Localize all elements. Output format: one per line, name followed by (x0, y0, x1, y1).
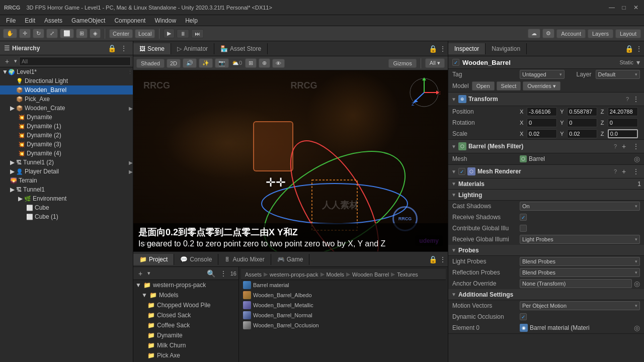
scale-y-field[interactable] (567, 129, 597, 138)
lighting-foldout[interactable]: ▼ Lighting (448, 190, 644, 201)
additional-foldout[interactable]: ▼ Additional Settings (448, 289, 644, 300)
move-tool[interactable]: ✛ (19, 29, 31, 38)
overrides-button[interactable]: Overrides ▾ (523, 81, 560, 90)
layout-dropdown[interactable]: Layout (615, 29, 641, 38)
hier-item-dynamite1[interactable]: 💥Dynamite (1) (0, 122, 133, 131)
hier-item-tunnel1[interactable]: ▶🏗Tunnel1 (0, 185, 133, 194)
proj-file-metallic[interactable]: Wooden_Barrel_Metallic (241, 300, 446, 310)
hier-item-dynamite2[interactable]: 💥Dynamite (2) (0, 131, 133, 140)
mesh-filter-header[interactable]: ▼ ⬡ Barrel (Mesh Filter) ? + ⋮ (448, 140, 644, 153)
renderer-enable[interactable] (458, 168, 465, 175)
step-button[interactable]: ⏭ (191, 29, 204, 38)
renderer-add[interactable]: + (619, 166, 629, 176)
tab-navigation[interactable]: Navigation (486, 43, 527, 54)
menu-component[interactable]: Component (110, 16, 149, 25)
tab-asset-store[interactable]: 🏪 Asset Store (214, 43, 268, 54)
play-button[interactable]: ▶ (164, 29, 175, 38)
rot-x-field[interactable] (527, 118, 557, 127)
hier-item-player-detail[interactable]: ▶👤Player Detail ▶ (0, 167, 133, 176)
tab-animator[interactable]: ▷ Animator (171, 43, 214, 54)
proj-item-chopped[interactable]: 📁Chopped Wood Pile (133, 300, 238, 310)
scale-x-field[interactable] (527, 129, 557, 138)
bottom-lock[interactable]: 🔒 (428, 254, 438, 264)
anchor-target-icon[interactable]: ◎ (634, 280, 640, 288)
mesh-renderer-header[interactable]: ▼ ⬡ Mesh Renderer ? + ⋮ (448, 165, 644, 178)
tab-game[interactable]: 🎮 Game (271, 254, 310, 265)
menu-gameobject[interactable]: GameObject (67, 16, 109, 25)
proj-file-barrel-mat[interactable]: Barrel material (241, 280, 446, 290)
project-add[interactable]: + (135, 268, 145, 279)
hierarchy-lock[interactable]: 🔒 (107, 43, 117, 53)
gizmos-dropdown[interactable]: Gizmos (388, 59, 416, 68)
minimize-button[interactable]: — (608, 4, 616, 12)
probes-foldout[interactable]: ▼ Probes (448, 245, 644, 256)
audio-toggle[interactable]: 🔊 (183, 58, 197, 68)
mesh-filter-menu[interactable]: ⋮ (631, 141, 641, 151)
tab-scene[interactable]: 🖼 Scene (133, 43, 171, 54)
scale-z-field[interactable] (608, 129, 638, 138)
materials-foldout[interactable]: ▼ Materials 1 (448, 178, 644, 190)
hier-item-dirlight[interactable]: 💡Directional Light (0, 76, 133, 85)
bread-assets[interactable]: Assets (245, 272, 262, 278)
maximize-button[interactable]: □ (620, 4, 628, 12)
hierarchy-search[interactable] (19, 57, 131, 66)
hier-item-level1[interactable]: ▼🌍Level1* ⋮ (0, 67, 133, 76)
grid-toggle[interactable]: ⊞ (245, 58, 257, 68)
hierarchy-menu[interactable]: ⋮ (119, 43, 129, 53)
custom-tool[interactable]: ◈ (90, 29, 101, 38)
rotate-tool[interactable]: ↻ (33, 29, 44, 38)
hier-item-terrain[interactable]: 🌄Terrain (0, 176, 133, 185)
menu-edit[interactable]: Edit (21, 16, 39, 25)
hier-item-cube1[interactable]: ⬜Cube (1) (0, 212, 133, 221)
transform-header[interactable]: ▼ ⊕ Transform ? ⋮ (448, 93, 644, 106)
proj-view-icon[interactable]: 🔍 (206, 268, 216, 279)
hier-item-environment[interactable]: ▶🌿Environment (0, 194, 133, 203)
proj-item-pick-axe[interactable]: 📁Pick Axe (133, 350, 238, 360)
proj-item-closed-sack[interactable]: 📁Closed Sack (133, 310, 238, 320)
hier-item-wooden-barrel[interactable]: 📦Wooden_Barrel (0, 85, 133, 95)
pos-x-field[interactable] (527, 107, 557, 116)
hier-item-dynamite[interactable]: 💥Dynamite (0, 113, 133, 122)
inspector-menu[interactable]: ⋮ (634, 44, 644, 54)
hier-item-dynamite3[interactable]: 💥Dynamite (3) (0, 140, 133, 149)
contribute-gi-checkbox[interactable] (520, 225, 527, 232)
proj-item-models[interactable]: ▼📁Models (133, 290, 238, 300)
hier-item-pick-axe[interactable]: 📦Pick_Axe (0, 95, 133, 104)
rot-z-field[interactable] (608, 118, 638, 127)
hier-item-wooden-crate[interactable]: ▶📦Wooden_Crate ▶ (0, 104, 133, 113)
motion-vectors-dropdown[interactable]: Per Object Motion ▾ (520, 301, 640, 310)
hier-item-cube[interactable]: ⬜Cube (0, 203, 133, 212)
rot-y-field[interactable] (567, 118, 597, 127)
scene-view[interactable]: ✛✛ < Persp (133, 70, 448, 251)
services-icon[interactable]: ⚙ (542, 29, 554, 38)
bread-models[interactable]: Models (327, 272, 344, 278)
proj-item-dynamite[interactable]: 📁Dynamite (133, 330, 238, 340)
close-button[interactable]: ✕ (632, 4, 640, 12)
bread-textures[interactable]: Textures (397, 272, 418, 278)
bread-barrel[interactable]: Wooden Barrel (352, 272, 389, 278)
proj-file-normal[interactable]: Wooden_Barrel_Normal (241, 310, 446, 320)
tab-console[interactable]: 💬 Console (174, 254, 218, 265)
scene-snap[interactable]: ⊕ (259, 58, 270, 68)
layers-dropdown[interactable]: Layers (588, 29, 613, 38)
2d-toggle[interactable]: 2D (167, 59, 181, 68)
proj-filter-icon[interactable]: ⋮ (218, 268, 228, 279)
static-dropdown[interactable]: ▾ (636, 58, 640, 66)
scene-cam[interactable]: 📷 (215, 58, 229, 68)
receive-gi-dropdown[interactable]: Light Probes ▾ (520, 235, 640, 244)
collab-icon[interactable]: ☁ (528, 29, 540, 38)
mat-target-icon[interactable]: ◎ (634, 324, 640, 332)
select-button[interactable]: Select (497, 81, 521, 90)
all-dropdown[interactable]: All ▾ (425, 58, 445, 68)
transform-tool[interactable]: ⊞ (76, 29, 88, 38)
tab-audio-mixer[interactable]: 🎚 Audio Mixer (218, 254, 271, 265)
obj-active-checkbox[interactable] (452, 59, 459, 66)
account-dropdown[interactable]: Account (556, 29, 586, 38)
proj-item-coffee-sack[interactable]: 📁Coffee Sack (133, 320, 238, 330)
center-lock[interactable]: 🔒 (428, 44, 438, 54)
rect-tool[interactable]: ⬜ (60, 29, 74, 38)
menu-window[interactable]: Window (150, 16, 180, 25)
tag-dropdown[interactable]: Untagged ▾ (520, 70, 565, 79)
proj-item-milk-churn[interactable]: 📁Milk Churn (133, 340, 238, 350)
menu-help[interactable]: Help (181, 16, 202, 25)
